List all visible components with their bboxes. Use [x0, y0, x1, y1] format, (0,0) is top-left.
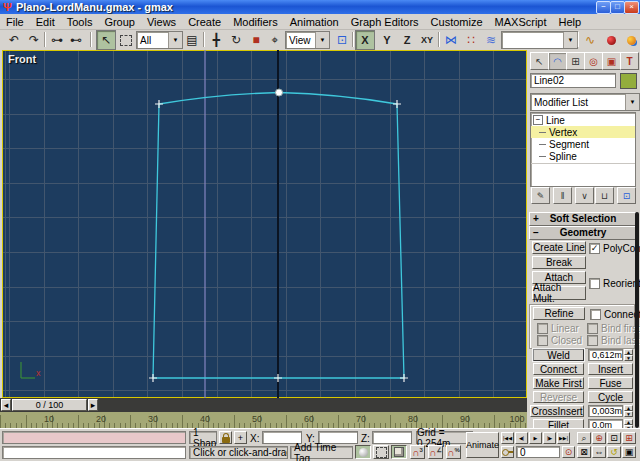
rollout-geometry[interactable]: − Geometry [529, 226, 637, 240]
crossinsert-field[interactable]: 0,003m [588, 405, 623, 417]
degradation-override-button[interactable] [355, 445, 371, 459]
object-color-swatch[interactable] [620, 73, 637, 89]
stack-item-spline[interactable]: Spline [531, 150, 635, 162]
pan-button[interactable]: ⇔ [592, 446, 606, 458]
next-frame-button[interactable]: |▶ [543, 432, 556, 444]
time-configuration-button[interactable]: ⊙ [562, 446, 575, 458]
crossinsert-button[interactable]: CrossInsert [530, 405, 584, 417]
weld-threshold-field[interactable]: 0,612m [588, 349, 623, 361]
menu-group[interactable]: Group [98, 16, 141, 28]
zoom-button[interactable]: ⌕ [577, 432, 591, 444]
selection-filter-dropdown[interactable]: All ▼ [136, 31, 183, 49]
z-coord-field[interactable] [372, 431, 412, 444]
menu-modifiers[interactable]: Modifiers [227, 16, 284, 28]
reorient-checkbox[interactable]: Reorient [589, 278, 640, 289]
zoom-all-button[interactable]: ⊕ [592, 432, 606, 444]
vertex-bottom-left[interactable] [149, 374, 157, 382]
tab-modify[interactable]: ◠ [548, 52, 567, 70]
bind-last-checkbox[interactable]: Bind last [587, 335, 639, 346]
restrict-x-button[interactable]: X [355, 30, 375, 50]
vertex-bottom-center[interactable] [274, 374, 282, 382]
viewport-canvas[interactable]: x [2, 50, 527, 398]
vertex-top-left[interactable] [155, 100, 163, 108]
animate-button[interactable]: Animate [466, 432, 499, 458]
chevron-down-icon[interactable]: ▼ [168, 32, 182, 48]
array-button[interactable]: ∷ [461, 30, 481, 50]
modifier-list-dropdown[interactable]: Modifier List ▼ [530, 93, 640, 111]
stack-item-line[interactable]: − Line [531, 114, 635, 126]
tab-create[interactable]: ↖ [530, 52, 549, 70]
rollout-soft-selection[interactable]: + Soft Selection [529, 212, 637, 226]
tab-display[interactable]: ▣ [602, 52, 621, 70]
arc-rotate-button[interactable]: ↺ [607, 446, 621, 458]
weld-button[interactable]: Weld [533, 349, 584, 361]
goto-end-button[interactable]: ▶▶| [557, 432, 570, 444]
stack-item-segment[interactable]: Segment [531, 138, 635, 150]
stack-item-vertex[interactable]: Vertex [531, 126, 635, 138]
chevron-down-icon[interactable]: ▼ [315, 32, 329, 48]
reverse-button[interactable]: Reverse [533, 391, 584, 403]
spinner-down-icon[interactable]: ▼ [624, 355, 633, 361]
menu-edit[interactable]: Edit [30, 16, 61, 28]
spinner-down-icon[interactable]: ▼ [624, 411, 633, 417]
align-button[interactable]: ≋ [481, 30, 501, 50]
tab-hierarchy[interactable]: ⊞ [566, 52, 585, 70]
collapse-icon[interactable]: − [533, 115, 543, 125]
min-max-toggle-button[interactable]: ▣ [622, 446, 636, 458]
tab-utilities[interactable]: T [620, 52, 639, 70]
refine-button[interactable]: Refine [533, 307, 585, 320]
minimize-button[interactable]: − [596, 1, 611, 14]
menu-help[interactable]: Help [553, 16, 588, 28]
undo-button[interactable]: ↶ [4, 30, 24, 50]
menu-tools[interactable]: Tools [61, 16, 99, 28]
snap-toggle-button[interactable]: ∩3 [410, 445, 425, 459]
weld-spinner[interactable]: ▲▼ [624, 349, 633, 361]
make-unique-button[interactable]: ∨ [575, 187, 594, 204]
restrict-y-button[interactable]: Y [377, 30, 397, 50]
restrict-xy-plane-button[interactable]: XY [417, 30, 437, 50]
attach-mult-button[interactable]: Attach Mult. [532, 286, 586, 300]
menu-animation[interactable]: Animation [284, 16, 345, 28]
polyconnect-checkbox[interactable]: ✓ PolyConnect [589, 243, 640, 254]
title-bar[interactable]: Ψ Plano-LordManu.gmax - gmax [0, 0, 640, 14]
time-slider-track[interactable]: ◂ 0 / 100 ▸ [0, 398, 527, 412]
connect-checkbox[interactable]: Connect [590, 309, 640, 320]
insert-button[interactable]: Insert [588, 363, 633, 375]
create-line-button[interactable]: Create Line [532, 241, 586, 254]
configure-modifier-sets-button[interactable]: ⊡ [617, 187, 636, 204]
vertex-first-selected[interactable] [276, 89, 283, 96]
remove-modifier-button[interactable]: ⊔ [595, 187, 614, 204]
coord-system-dropdown[interactable]: View ▼ [285, 31, 330, 49]
selection-lock-button[interactable] [219, 431, 232, 444]
viewport-label[interactable]: Front [8, 53, 36, 65]
select-and-link-button[interactable]: ⊶ [47, 30, 67, 50]
maxscript-mini-listener-pink[interactable] [2, 431, 186, 444]
menu-create[interactable]: Create [182, 16, 227, 28]
material-editor-button[interactable] [601, 30, 621, 50]
use-pivot-center-button[interactable]: ⊡ [332, 30, 352, 50]
vertex-bottom-right[interactable] [400, 374, 408, 382]
set-key-button[interactable] [501, 446, 514, 458]
select-and-rotate-button[interactable]: ↻ [226, 30, 246, 50]
zoom-extents-all-button[interactable]: ⊞ [622, 432, 636, 444]
select-by-name-button[interactable]: ▤ [182, 30, 202, 50]
snap-cube-button[interactable] [391, 445, 407, 459]
mirror-button[interactable]: ⋈ [441, 30, 461, 50]
menu-graph-editors[interactable]: Graph Editors [345, 16, 425, 28]
unlink-selection-button[interactable]: ⊷ [66, 30, 86, 50]
time-slider-next-button[interactable]: ▸ [88, 399, 98, 411]
crossinsert-spinner[interactable]: ▲▼ [624, 405, 633, 417]
restrict-z-button[interactable]: Z [397, 30, 417, 50]
goto-start-button[interactable]: |◀◀ [501, 432, 514, 444]
zoom-extents-button[interactable]: ⊡ [607, 432, 621, 444]
show-end-result-button[interactable]: ‖ [553, 187, 572, 204]
curve-editor-button[interactable]: ∿ [580, 30, 600, 50]
tab-motion[interactable]: ◎ [584, 52, 603, 70]
menu-views[interactable]: Views [141, 16, 182, 28]
cycle-button[interactable]: Cycle [588, 391, 633, 403]
chevron-down-icon[interactable]: ▼ [625, 94, 639, 110]
pin-stack-button[interactable]: ✎ [531, 187, 550, 204]
percent-snap-button[interactable]: ∩% [446, 445, 461, 459]
named-selection-dropdown[interactable]: ▼ [501, 31, 578, 49]
select-and-manipulate-button[interactable]: ⌖ [265, 30, 285, 50]
